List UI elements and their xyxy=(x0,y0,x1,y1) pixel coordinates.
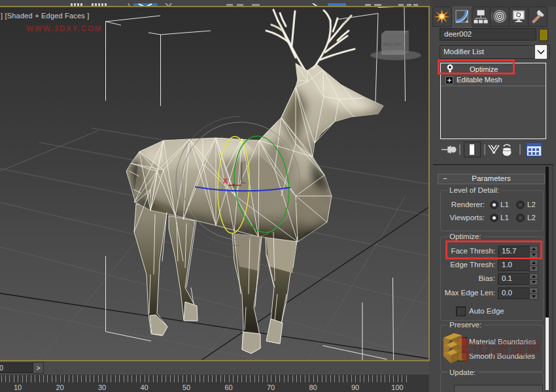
svg-text:3D溜溜网: 3D溜溜网 xyxy=(468,339,540,359)
